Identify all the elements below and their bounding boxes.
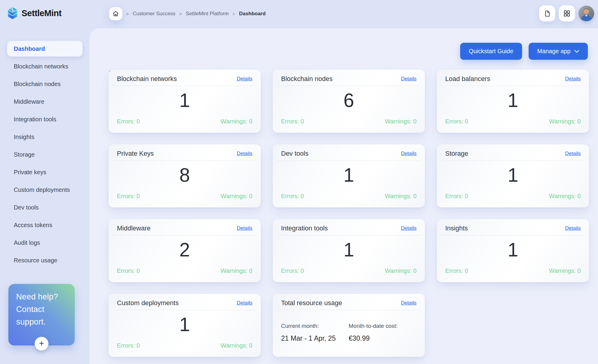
sidebar-item-dev-tools[interactable]: Dev tools	[7, 200, 83, 215]
card-value: 6	[273, 86, 425, 115]
sidebar-item-storage[interactable]: Storage	[7, 147, 83, 162]
card-warnings: Warnings: 0	[385, 193, 417, 200]
sidebar-item-middleware[interactable]: Middleware	[7, 94, 83, 109]
sidebar-item-resource-usage[interactable]: Resource usage	[7, 253, 83, 268]
details-link[interactable]: Details	[401, 151, 417, 157]
card-value: 1	[273, 235, 425, 264]
home-icon	[112, 10, 119, 17]
help-card-text: Need help? Contact support.	[8, 284, 75, 328]
sidebar-item-blockchain-networks[interactable]: Blockchain networks	[7, 59, 83, 74]
card-title: Dev tools	[281, 150, 309, 157]
breadcrumb-separator: >	[179, 11, 182, 16]
details-link[interactable]: Details	[401, 76, 417, 82]
card-value: 1	[437, 86, 589, 115]
usage-card: Total resource usage Details Current mon…	[273, 294, 425, 357]
manage-app-button[interactable]: Manage app	[529, 43, 588, 60]
card-title: Blockchain networks	[117, 75, 177, 83]
card-title: Middleware	[117, 224, 151, 232]
sidebar-item-label: Middleware	[14, 98, 44, 105]
brand-name: SettleMint	[22, 8, 62, 18]
card-errors: Errors: 0	[445, 267, 468, 274]
breadcrumb-separator: >	[233, 11, 235, 16]
sidebar-item-integration-tools[interactable]: Integration tools	[7, 111, 83, 127]
sidebar-item-custom-deployments[interactable]: Custom deployments	[7, 182, 83, 198]
card-title: Total resource usage	[281, 299, 342, 307]
details-link[interactable]: Details	[401, 300, 417, 306]
card-errors: Errors: 0	[281, 193, 304, 200]
sidebar-item-audit-logs[interactable]: Audit logs	[7, 235, 83, 250]
plus-icon: +	[39, 339, 44, 348]
cost-value: €30.99	[349, 334, 416, 342]
details-link[interactable]: Details	[237, 300, 252, 306]
card-value: 1	[273, 161, 425, 189]
card-warnings: Warnings: 0	[385, 267, 417, 274]
breadcrumb-item-settlemint-platform[interactable]: SettleMint Platform	[186, 11, 229, 17]
details-link[interactable]: Details	[237, 76, 252, 82]
stat-card-private-keys: Private Keys Details 8 Errors: 0 Warning…	[109, 144, 261, 207]
sidebar-item-label: Custom deployments	[14, 186, 70, 193]
card-value: 1	[437, 161, 589, 189]
stat-card-dev-tools: Dev tools Details 1 Errors: 0 Warnings: …	[273, 144, 425, 207]
quickstart-guide-button[interactable]: Quickstart Guide	[460, 43, 522, 60]
details-link[interactable]: Details	[565, 76, 581, 82]
chevron-down-icon	[574, 50, 579, 53]
details-link[interactable]: Details	[237, 225, 252, 231]
stat-card-middleware: Middleware Details 2 Errors: 0 Warnings:…	[109, 219, 261, 282]
sidebar-item-label: Audit logs	[14, 239, 40, 246]
details-link[interactable]: Details	[237, 151, 252, 157]
sidebar-item-private-keys[interactable]: Private keys	[7, 164, 83, 180]
card-errors: Errors: 0	[281, 267, 304, 274]
breadcrumb: > Customer Success > SettleMint Platform…	[109, 7, 266, 20]
user-avatar[interactable]	[579, 6, 594, 21]
sidebar-item-label: Access tokens	[14, 222, 52, 229]
brand-logo: SettleMint	[7, 7, 62, 20]
sidebar-item-label: Dev tools	[14, 204, 39, 211]
card-value: 1	[109, 310, 261, 339]
apps-grid-button[interactable]	[559, 5, 575, 22]
sidebar-nav: Dashboard Blockchain networks Blockchain…	[0, 41, 90, 270]
apps-grid-icon	[563, 10, 570, 17]
home-button[interactable]	[109, 7, 122, 20]
sidebar-item-label: Dashboard	[14, 45, 45, 52]
stat-card-storage: Storage Details 1 Errors: 0 Warnings: 0	[437, 144, 589, 207]
breadcrumb-item-customer-success[interactable]: Customer Success	[133, 11, 176, 17]
details-link[interactable]: Details	[565, 151, 581, 157]
usage-body: Current month: 21 Mar - 1 Apr, 25 Month-…	[281, 323, 420, 342]
card-warnings: Warnings: 0	[221, 342, 252, 349]
stat-card-custom-deployments: Custom deployments Details 1 Errors: 0 W…	[109, 294, 261, 357]
sidebar-item-label: Storage	[14, 151, 35, 158]
card-title: Insights	[445, 224, 468, 232]
sidebar-item-blockchain-nodes[interactable]: Blockchain nodes	[7, 76, 83, 92]
card-warnings: Warnings: 0	[221, 118, 252, 125]
card-value: 2	[109, 235, 261, 264]
details-link[interactable]: Details	[565, 225, 581, 231]
card-value: 8	[109, 161, 261, 189]
stat-card-load-balancers: Load balancers Details 1 Errors: 0 Warni…	[437, 70, 589, 133]
details-link[interactable]: Details	[401, 225, 417, 231]
user-avatar-image	[579, 6, 594, 21]
sidebar-item-access-tokens[interactable]: Access tokens	[7, 217, 83, 233]
header-actions: Quickstart Guide Manage app	[460, 43, 588, 60]
card-value: 1	[437, 235, 589, 264]
card-errors: Errors: 0	[281, 118, 304, 125]
document-button[interactable]	[539, 5, 555, 22]
card-errors: Errors: 0	[117, 267, 140, 274]
current-month-label: Current month:	[281, 323, 349, 329]
sidebar-item-insights[interactable]: Insights	[7, 129, 83, 145]
card-warnings: Warnings: 0	[549, 118, 581, 125]
card-title: Custom deployments	[117, 299, 179, 307]
card-value: 1	[109, 86, 261, 115]
sidebar-item-dashboard[interactable]: Dashboard	[7, 41, 83, 56]
card-title: Integration tools	[281, 224, 328, 232]
stat-card-blockchain-networks: Blockchain networks Details 1 Errors: 0 …	[109, 70, 261, 133]
card-errors: Errors: 0	[117, 118, 140, 125]
stat-card-blockchain-nodes: Blockchain nodes Details 6 Errors: 0 War…	[273, 70, 425, 133]
card-warnings: Warnings: 0	[549, 193, 581, 200]
current-month-value: 21 Mar - 1 Apr, 25	[281, 334, 349, 342]
card-title: Private Keys	[117, 150, 154, 157]
card-errors: Errors: 0	[117, 342, 140, 349]
breadcrumb-item-dashboard[interactable]: Dashboard	[239, 11, 266, 17]
card-warnings: Warnings: 0	[221, 267, 252, 274]
sidebar-item-label: Blockchain networks	[14, 63, 68, 70]
help-plus-button[interactable]: +	[35, 337, 48, 351]
